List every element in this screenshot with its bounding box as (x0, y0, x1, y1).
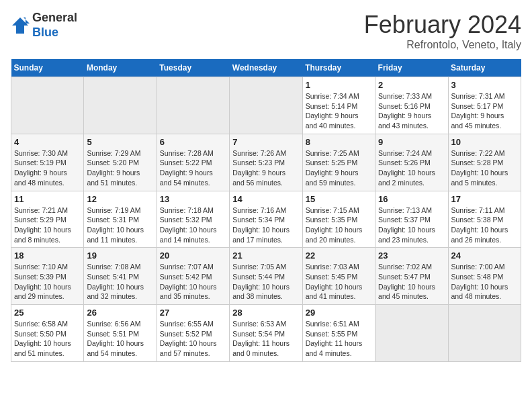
week-row-3: 11Sunrise: 7:21 AMSunset: 5:29 PMDayligh… (11, 191, 521, 248)
day-number: 2 (378, 80, 445, 90)
calendar-cell (448, 305, 521, 362)
day-number: 3 (451, 80, 518, 90)
calendar-cell (84, 77, 157, 134)
day-info: Sunrise: 7:28 AMSunset: 5:22 PMDaylight:… (160, 148, 226, 188)
day-info: Sunrise: 7:16 AMSunset: 5:34 PMDaylight:… (232, 205, 299, 245)
calendar-cell: 15Sunrise: 7:15 AMSunset: 5:35 PMDayligh… (302, 191, 375, 248)
calendar-cell: 17Sunrise: 7:11 AMSunset: 5:38 PMDayligh… (448, 191, 521, 248)
calendar-cell: 1Sunrise: 7:34 AMSunset: 5:14 PMDaylight… (302, 77, 375, 134)
day-number: 28 (232, 308, 299, 318)
calendar-cell: 21Sunrise: 7:05 AMSunset: 5:44 PMDayligh… (230, 248, 302, 305)
day-info: Sunrise: 6:56 AMSunset: 5:51 PMDaylight:… (87, 319, 153, 359)
day-number: 20 (160, 250, 226, 261)
day-number: 7 (232, 137, 299, 147)
calendar-cell: 7Sunrise: 7:26 AMSunset: 5:23 PMDaylight… (230, 134, 302, 191)
col-header-sunday: Sunday (11, 59, 84, 77)
calendar-cell: 20Sunrise: 7:07 AMSunset: 5:42 PMDayligh… (157, 248, 229, 305)
calendar-cell: 6Sunrise: 7:28 AMSunset: 5:22 PMDaylight… (157, 134, 229, 191)
calendar-cell: 2Sunrise: 7:33 AMSunset: 5:16 PMDaylight… (375, 77, 448, 134)
day-number: 27 (160, 308, 226, 318)
calendar-cell: 13Sunrise: 7:18 AMSunset: 5:32 PMDayligh… (157, 191, 229, 248)
col-header-tuesday: Tuesday (157, 59, 229, 77)
day-info: Sunrise: 7:34 AMSunset: 5:14 PMDaylight:… (306, 91, 372, 131)
logo-general-text: General (32, 11, 77, 24)
calendar-cell: 24Sunrise: 7:00 AMSunset: 5:48 PMDayligh… (448, 248, 521, 305)
day-info: Sunrise: 7:11 AMSunset: 5:38 PMDaylight:… (451, 205, 518, 245)
calendar-cell: 18Sunrise: 7:10 AMSunset: 5:39 PMDayligh… (11, 248, 84, 305)
col-header-friday: Friday (375, 59, 448, 77)
day-info: Sunrise: 7:21 AMSunset: 5:29 PMDaylight:… (14, 205, 81, 245)
day-info: Sunrise: 6:55 AMSunset: 5:52 PMDaylight:… (160, 319, 226, 359)
calendar-cell (157, 77, 229, 134)
day-info: Sunrise: 7:02 AMSunset: 5:47 PMDaylight:… (378, 262, 445, 302)
day-number: 19 (87, 250, 153, 261)
calendar-cell: 9Sunrise: 7:24 AMSunset: 5:26 PMDaylight… (375, 134, 448, 191)
calendar-cell: 11Sunrise: 7:21 AMSunset: 5:29 PMDayligh… (11, 191, 84, 248)
day-number: 21 (232, 250, 299, 261)
day-number: 6 (160, 137, 226, 147)
title-block: February 2024 Refrontolo, Veneto, Italy (364, 11, 521, 51)
calendar-cell: 8Sunrise: 7:25 AMSunset: 5:25 PMDaylight… (302, 134, 375, 191)
day-number: 13 (160, 194, 226, 204)
day-number: 12 (87, 194, 153, 204)
logo-icon (11, 16, 30, 35)
calendar-cell: 5Sunrise: 7:29 AMSunset: 5:20 PMDaylight… (84, 134, 157, 191)
page-header: General Blue February 2024 Refrontolo, V… (11, 11, 521, 51)
week-row-2: 4Sunrise: 7:30 AMSunset: 5:19 PMDaylight… (11, 134, 521, 191)
calendar-cell: 23Sunrise: 7:02 AMSunset: 5:47 PMDayligh… (375, 248, 448, 305)
day-number: 18 (14, 250, 81, 261)
logo: General Blue (11, 11, 77, 40)
calendar-cell: 29Sunrise: 6:51 AMSunset: 5:55 PMDayligh… (302, 305, 375, 362)
day-info: Sunrise: 7:33 AMSunset: 5:16 PMDaylight:… (378, 91, 445, 131)
calendar-cell: 28Sunrise: 6:53 AMSunset: 5:54 PMDayligh… (230, 305, 302, 362)
day-info: Sunrise: 7:18 AMSunset: 5:32 PMDaylight:… (160, 205, 226, 245)
week-row-4: 18Sunrise: 7:10 AMSunset: 5:39 PMDayligh… (11, 248, 521, 305)
day-info: Sunrise: 7:00 AMSunset: 5:48 PMDaylight:… (451, 262, 518, 302)
calendar-cell: 16Sunrise: 7:13 AMSunset: 5:37 PMDayligh… (375, 191, 448, 248)
calendar-cell: 22Sunrise: 7:03 AMSunset: 5:45 PMDayligh… (302, 248, 375, 305)
calendar-cell (375, 305, 448, 362)
calendar-cell: 19Sunrise: 7:08 AMSunset: 5:41 PMDayligh… (84, 248, 157, 305)
col-header-wednesday: Wednesday (230, 59, 302, 77)
day-number: 14 (232, 194, 299, 204)
calendar-cell: 10Sunrise: 7:22 AMSunset: 5:28 PMDayligh… (448, 134, 521, 191)
day-number: 11 (14, 194, 81, 204)
calendar-cell: 25Sunrise: 6:58 AMSunset: 5:50 PMDayligh… (11, 305, 84, 362)
calendar-cell: 26Sunrise: 6:56 AMSunset: 5:51 PMDayligh… (84, 305, 157, 362)
day-info: Sunrise: 6:51 AMSunset: 5:55 PMDaylight:… (306, 319, 372, 359)
day-number: 5 (87, 137, 153, 147)
day-info: Sunrise: 6:58 AMSunset: 5:50 PMDaylight:… (14, 319, 81, 359)
day-info: Sunrise: 7:26 AMSunset: 5:23 PMDaylight:… (232, 148, 299, 188)
day-number: 24 (451, 250, 518, 261)
col-header-thursday: Thursday (302, 59, 375, 77)
day-number: 26 (87, 308, 153, 318)
day-number: 4 (14, 137, 81, 147)
day-number: 25 (14, 308, 81, 318)
col-header-monday: Monday (84, 59, 157, 77)
day-info: Sunrise: 7:24 AMSunset: 5:26 PMDaylight:… (378, 148, 445, 188)
day-number: 29 (306, 308, 372, 318)
day-info: Sunrise: 7:22 AMSunset: 5:28 PMDaylight:… (451, 148, 518, 188)
day-number: 23 (378, 250, 445, 261)
day-info: Sunrise: 7:10 AMSunset: 5:39 PMDaylight:… (14, 262, 81, 302)
day-info: Sunrise: 7:13 AMSunset: 5:37 PMDaylight:… (378, 205, 445, 245)
day-number: 16 (378, 194, 445, 204)
calendar-cell: 4Sunrise: 7:30 AMSunset: 5:19 PMDaylight… (11, 134, 84, 191)
logo-blue-text: Blue (32, 26, 58, 39)
day-number: 10 (451, 137, 518, 147)
day-number: 1 (306, 80, 372, 90)
month-title: February 2024 (364, 11, 521, 39)
col-header-saturday: Saturday (448, 59, 521, 77)
week-row-5: 25Sunrise: 6:58 AMSunset: 5:50 PMDayligh… (11, 305, 521, 362)
day-number: 17 (451, 194, 518, 204)
day-info: Sunrise: 7:31 AMSunset: 5:17 PMDaylight:… (451, 91, 518, 131)
location-subtitle: Refrontolo, Veneto, Italy (364, 39, 521, 51)
day-info: Sunrise: 7:15 AMSunset: 5:35 PMDaylight:… (306, 205, 372, 245)
week-row-1: 1Sunrise: 7:34 AMSunset: 5:14 PMDaylight… (11, 77, 521, 134)
calendar-cell: 12Sunrise: 7:19 AMSunset: 5:31 PMDayligh… (84, 191, 157, 248)
day-info: Sunrise: 7:03 AMSunset: 5:45 PMDaylight:… (306, 262, 372, 302)
day-info: Sunrise: 7:19 AMSunset: 5:31 PMDaylight:… (87, 205, 153, 245)
day-info: Sunrise: 7:07 AMSunset: 5:42 PMDaylight:… (160, 262, 226, 302)
day-number: 15 (306, 194, 372, 204)
calendar-cell: 14Sunrise: 7:16 AMSunset: 5:34 PMDayligh… (230, 191, 302, 248)
